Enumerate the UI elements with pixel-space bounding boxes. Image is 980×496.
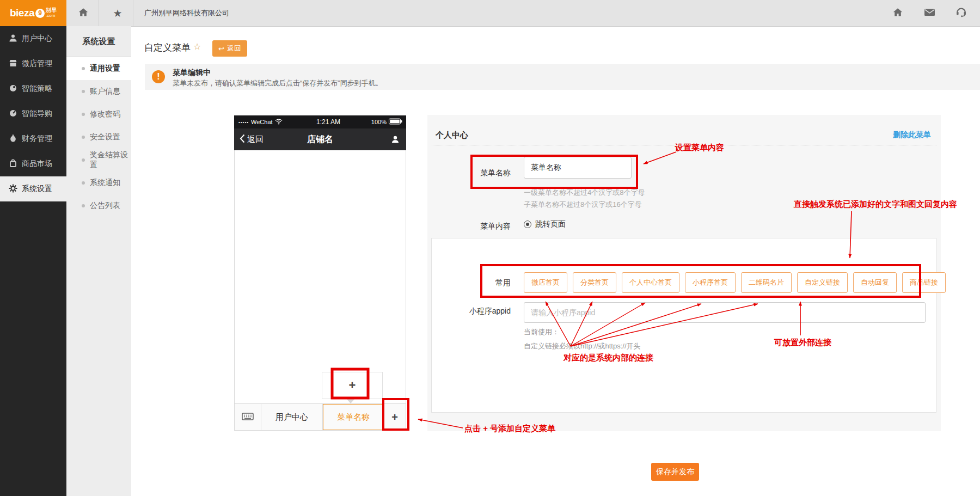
back-button[interactable]: ↩ 返回	[212, 40, 247, 57]
add-submenu-popup[interactable]: +	[322, 372, 383, 399]
messages-button[interactable]	[916, 0, 943, 26]
sidebar-item-market[interactable]: 商品市场	[0, 151, 66, 176]
shopping-bag-icon	[9, 159, 17, 169]
bullet-icon	[82, 158, 85, 162]
save-publish-button[interactable]: 保存并发布	[651, 463, 699, 481]
settings-subnav: 系统设置 通用设置 账户信息 修改密码 安全设置 奖金结算设置 系统通知 公告列…	[66, 26, 131, 496]
delete-menu-link[interactable]: 删除此菜单	[893, 130, 931, 140]
subnav-bonus-settlement[interactable]: 奖金结算设置	[66, 149, 131, 172]
sidebar-item-smart-guide[interactable]: 智能导购	[0, 101, 66, 126]
favorites-shortcut-button[interactable]: ★	[104, 0, 131, 26]
appid-input[interactable]	[524, 302, 926, 323]
subnav-item-label: 通用设置	[90, 64, 120, 74]
subnav-security-settings[interactable]: 安全设置	[66, 126, 131, 149]
sidebar-item-label: 系统设置	[22, 184, 52, 194]
home-shortcut-button[interactable]	[70, 0, 97, 26]
home-button[interactable]	[884, 0, 911, 26]
subnav-announcement-list[interactable]: 公告列表	[66, 194, 131, 217]
strategy-icon	[9, 84, 17, 94]
quick-link-profile-home[interactable]: 个人中心首页	[622, 272, 679, 293]
subnav-item-label: 账户信息	[90, 87, 120, 96]
panel-title: 个人中心	[436, 130, 468, 140]
bullet-icon	[82, 90, 85, 93]
brand-logo[interactable]: bieza 9 别早 .com	[0, 0, 66, 26]
back-button-label: 返回	[227, 44, 241, 53]
menu-name-label: 菜单名称	[456, 168, 511, 178]
subnav-system-notice[interactable]: 系统通知	[66, 172, 131, 194]
carrier-label: WeChat	[251, 119, 273, 125]
topbar: bieza 9 别早 .com ★ 广州别早网络科技有限公司	[0, 0, 980, 27]
current-use-note: 当前使用：	[524, 327, 559, 337]
main-sidebar: 用户中心 微店管理 智能策略 智能导购 财务管理 商品市场 系统设置	[0, 26, 66, 496]
common-label: 常用	[456, 278, 511, 288]
quick-link-custom-url[interactable]: 自定义链接	[797, 272, 848, 293]
keyboard-toggle	[235, 404, 261, 430]
topbar-divider	[133, 0, 133, 26]
bullet-icon	[82, 181, 85, 185]
subnav-item-label: 修改密码	[90, 109, 120, 119]
user-icon	[9, 34, 17, 44]
sidebar-item-label: 智能策略	[22, 84, 52, 94]
menu-name-hint-2: 子菜单名称不超过8个汉字或16个字母	[524, 200, 642, 210]
logo-cn: 别早	[46, 8, 57, 13]
menu-content-label: 菜单内容	[456, 222, 511, 231]
sidebar-item-label: 用户中心	[22, 34, 52, 44]
phone-nav-bar: 店铺名 返回	[234, 128, 406, 150]
sidebar-item-label: 商品市场	[22, 159, 52, 169]
sidebar-item-label: 财务管理	[22, 134, 52, 144]
subnav-account-info[interactable]: 账户信息	[66, 80, 131, 103]
wifi-icon	[275, 117, 283, 127]
notice-banner: ! 菜单编辑中 菜单未发布，请确认菜单编辑完成后点击“保存并发布”同步到手机。	[145, 64, 980, 90]
subnav-change-password[interactable]: 修改密码	[66, 103, 131, 126]
menu-tab-selected[interactable]: 菜单名称	[323, 404, 384, 430]
quick-link-store-home[interactable]: 微店首页	[524, 272, 567, 293]
sidebar-item-label: 智能导购	[22, 109, 52, 119]
notice-text: 菜单未发布，请确认菜单编辑完成后点击“保存并发布”同步到手机。	[173, 78, 383, 88]
support-button[interactable]	[947, 0, 975, 26]
chevron-left-icon	[240, 134, 245, 145]
profile-icon	[391, 135, 400, 146]
dotted-divider	[432, 145, 936, 145]
sidebar-item-user-center[interactable]: 用户中心	[0, 26, 66, 51]
subnav-general-settings[interactable]: 通用设置	[66, 57, 131, 80]
keyboard-icon	[242, 412, 254, 423]
battery-icon	[389, 118, 402, 126]
quick-link-miniprogram-home[interactable]: 小程序首页	[685, 272, 736, 293]
phone-status-bar: ••••• WeChat 1:21 AM 100%	[234, 115, 406, 128]
custom-link-note: 自定义链接必须以http://或https://开头	[524, 341, 641, 351]
quick-link-qrcode-card[interactable]: 二维码名片	[741, 272, 792, 293]
mail-icon	[924, 8, 935, 19]
bullet-icon	[82, 113, 85, 116]
menu-name-input[interactable]	[524, 157, 632, 179]
subnav-item-label: 奖金结算设置	[90, 150, 131, 170]
quick-link-product-link[interactable]: 商品链接	[902, 272, 946, 293]
subnav-item-label: 系统通知	[90, 178, 120, 188]
sidebar-item-smart-strategy[interactable]: 智能策略	[0, 76, 66, 101]
jump-page-radio[interactable]: 跳转页面	[524, 219, 566, 229]
menu-tab-user-center[interactable]: 用户中心	[261, 404, 323, 430]
logo-com: .com	[46, 13, 57, 19]
add-menu-button[interactable]: +	[384, 404, 406, 430]
page-title: 自定义菜单	[144, 41, 191, 54]
subnav-item-label: 公告列表	[90, 201, 120, 211]
phone-screen	[234, 150, 406, 403]
sidebar-item-shop-manage[interactable]: 微店管理	[0, 51, 66, 76]
company-name: 广州别早网络科技有限公司	[144, 0, 229, 26]
home-icon	[78, 7, 89, 20]
gear-icon	[9, 184, 17, 194]
quick-link-category-home[interactable]: 分类首页	[573, 272, 616, 293]
logo-9-icon: 9	[35, 9, 45, 18]
notice-title: 菜单编辑中	[173, 68, 211, 78]
favorite-star-icon[interactable]: ☆	[193, 41, 201, 52]
bullet-icon	[82, 136, 85, 139]
app-root: bieza 9 别早 .com ★ 广州别早网络科技有限公司	[0, 0, 980, 496]
popup-pointer	[346, 398, 356, 403]
sidebar-item-system-settings[interactable]: 系统设置	[0, 176, 66, 201]
quick-link-auto-reply[interactable]: 自动回复	[853, 272, 897, 293]
phone-menu-bar: 用户中心 菜单名称 +	[234, 403, 406, 431]
compass-icon	[9, 109, 17, 119]
money-bag-icon	[9, 134, 17, 144]
radio-selected-icon	[524, 221, 531, 228]
headset-icon	[955, 7, 967, 20]
sidebar-item-finance[interactable]: 财务管理	[0, 126, 66, 151]
